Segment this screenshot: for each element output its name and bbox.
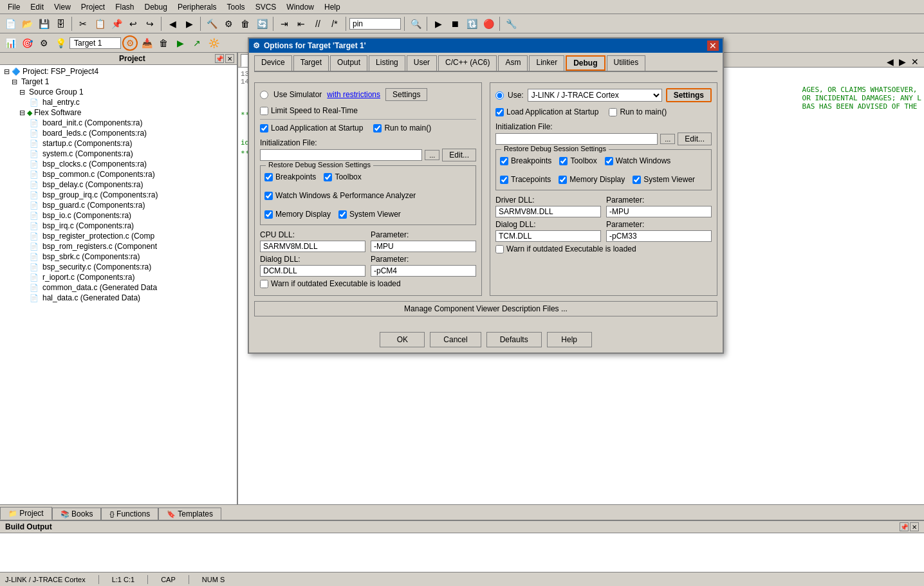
- cancel-btn[interactable]: Cancel: [430, 332, 481, 347]
- manage-btn-row: Manage Component Viewer Description File…: [254, 301, 717, 322]
- bp-label-left: Breakpoints: [275, 172, 316, 181]
- load-app-check-left[interactable]: [260, 124, 268, 133]
- edit-btn-left[interactable]: Edit...: [442, 149, 476, 161]
- left-col: Use Simulator with restrictions Settings…: [254, 82, 482, 296]
- watch-check-left[interactable]: [264, 192, 273, 200]
- browse-btn-right[interactable]: ...: [660, 134, 675, 144]
- init-input-right[interactable]: [495, 133, 658, 145]
- load-app-row-left: Load Application at Startup: [260, 124, 363, 133]
- tab-user[interactable]: User: [407, 55, 437, 71]
- mem-row-left: Memory Display: [264, 210, 331, 219]
- manage-btn[interactable]: Manage Component Viewer Description File…: [254, 301, 717, 316]
- tab-cpp[interactable]: C/C++ (AC6): [438, 55, 497, 71]
- cpu-dll-label: CPU DLL:: [260, 230, 365, 239]
- tab-linker[interactable]: Linker: [529, 55, 564, 71]
- cpu-param-label: Parameter:: [371, 230, 476, 239]
- dialog-overlay: ⚙ Options for Target 'Target 1' ✕ Device…: [0, 0, 924, 518]
- driver-dll-input[interactable]: [495, 206, 601, 217]
- limit-speed-check[interactable]: [260, 107, 268, 115]
- watch-row-right: Watch Windows: [605, 156, 671, 165]
- browse-btn-left[interactable]: ...: [425, 150, 439, 160]
- toolbox-row-left: Toolbox: [324, 172, 361, 181]
- dialog-param-label-right: Parameter:: [606, 220, 712, 229]
- tab-device[interactable]: Device: [254, 55, 292, 71]
- simulator-settings-btn[interactable]: Settings: [385, 88, 427, 101]
- tab-utilities[interactable]: Utilities: [607, 55, 646, 71]
- watch-check-right[interactable]: [605, 157, 613, 165]
- cpu-param-group: Parameter:: [371, 230, 476, 252]
- sysview-label-right: System Viewer: [643, 175, 695, 184]
- mem-label-left: Memory Display: [275, 210, 331, 219]
- bp-row-right: Breakpoints: [500, 156, 551, 165]
- load-app-check-right[interactable]: [495, 108, 504, 116]
- restore-legend-left: Restore Debug Session Settings: [266, 161, 373, 169]
- sysview-check-right[interactable]: [633, 176, 641, 184]
- warn-label-right: Warn if outdated Executable is loaded: [506, 244, 636, 253]
- dialog-param-input-left[interactable]: [371, 265, 476, 277]
- init-file-section-right: Initialization File: ... Edit...: [495, 122, 712, 145]
- use-row: Use: J-LINK / J-TRACE Cortex Settings: [495, 88, 712, 102]
- tracepoints-label: Tracepoints: [511, 175, 551, 184]
- run-to-main-check-right[interactable]: [609, 108, 617, 116]
- with-restrictions-link[interactable]: with restrictions: [327, 90, 380, 99]
- dialog-dll-row-right: Dialog DLL: Parameter:: [495, 220, 712, 242]
- dialog-title-content: ⚙ Options for Target 'Target 1': [253, 41, 366, 50]
- cpu-dll-group: CPU DLL:: [260, 230, 365, 252]
- options-dialog: ⚙ Options for Target 'Target 1' ✕ Device…: [248, 37, 724, 354]
- dialog-tab-container: Device Target Output Listing User C/C++ …: [249, 53, 723, 72]
- init-file-section-left: Initialization File: ... Edit...: [260, 138, 476, 161]
- run-to-main-label-left: Run to main(): [384, 124, 431, 133]
- dialog-dll-input-right[interactable]: [495, 230, 601, 242]
- use-settings-btn[interactable]: Settings: [666, 88, 712, 102]
- cpu-dll-input[interactable]: [260, 241, 365, 252]
- mem-check-right[interactable]: [559, 176, 567, 184]
- help-btn[interactable]: Help: [547, 332, 592, 347]
- run-to-main-row-left: Run to main(): [373, 124, 431, 133]
- sysview-row-right: System Viewer: [633, 175, 695, 184]
- warn-check-right[interactable]: [495, 245, 504, 253]
- driver-dll-label: Driver DLL:: [495, 196, 601, 205]
- dialog-param-group-left: Parameter:: [371, 255, 476, 277]
- bp-check-left[interactable]: [264, 173, 273, 181]
- driver-param-input[interactable]: [606, 206, 712, 217]
- tab-output[interactable]: Output: [330, 55, 367, 71]
- run-to-main-check-left[interactable]: [373, 124, 382, 133]
- toolbox-check-right[interactable]: [559, 157, 568, 165]
- warn-check-left[interactable]: [260, 280, 268, 288]
- tab-listing[interactable]: Listing: [369, 55, 405, 71]
- init-row-left: ... Edit...: [260, 149, 476, 161]
- warn-label-left: Warn if outdated Executable is loaded: [271, 279, 401, 288]
- limit-speed-label: Limit Speed to Real-Time: [271, 106, 358, 115]
- tab-asm[interactable]: Asm: [498, 55, 528, 71]
- dialog-dll-input-left[interactable]: [260, 265, 365, 277]
- use-select[interactable]: J-LINK / J-TRACE Cortex: [528, 89, 662, 102]
- toolbox-row-right: Toolbox: [559, 156, 596, 165]
- bp-check-right[interactable]: [500, 157, 508, 165]
- simulator-radio[interactable]: [260, 91, 268, 99]
- dialog-tabs: Device Target Output Listing User C/C++ …: [254, 55, 717, 72]
- tab-target[interactable]: Target: [293, 55, 329, 71]
- load-app-row-right: Load Application at Startup: [495, 107, 598, 116]
- sysview-row-left: System Viewer: [338, 210, 401, 219]
- dialog-close-btn[interactable]: ✕: [707, 41, 719, 51]
- restore-options-right: Breakpoints Toolbox Watch Windows: [500, 154, 707, 186]
- tab-debug[interactable]: Debug: [566, 55, 605, 71]
- dialog-footer: OK Cancel Defaults Help: [249, 327, 723, 353]
- limit-speed-row: Limit Speed to Real-Time: [260, 106, 476, 115]
- load-run-row: Load Application at Startup Run to main(…: [260, 124, 476, 134]
- edit-btn-right[interactable]: Edit...: [678, 133, 712, 145]
- ok-btn[interactable]: OK: [380, 332, 425, 347]
- mem-check-left[interactable]: [264, 210, 273, 219]
- use-radio[interactable]: [495, 91, 504, 100]
- divider-1: [260, 119, 476, 120]
- cpu-param-input[interactable]: [371, 241, 476, 252]
- driver-dll-row: Driver DLL: Parameter:: [495, 196, 712, 217]
- defaults-btn[interactable]: Defaults: [486, 332, 542, 347]
- dialog-param-input-right[interactable]: [606, 230, 712, 242]
- toolbox-check-left[interactable]: [324, 173, 332, 181]
- init-input-left[interactable]: [260, 149, 422, 161]
- sysview-check-left[interactable]: [338, 210, 347, 219]
- dialog-dll-group-left: Dialog DLL:: [260, 255, 365, 277]
- run-to-main-row-right: Run to main(): [609, 107, 667, 116]
- tracepoints-check[interactable]: [500, 176, 508, 184]
